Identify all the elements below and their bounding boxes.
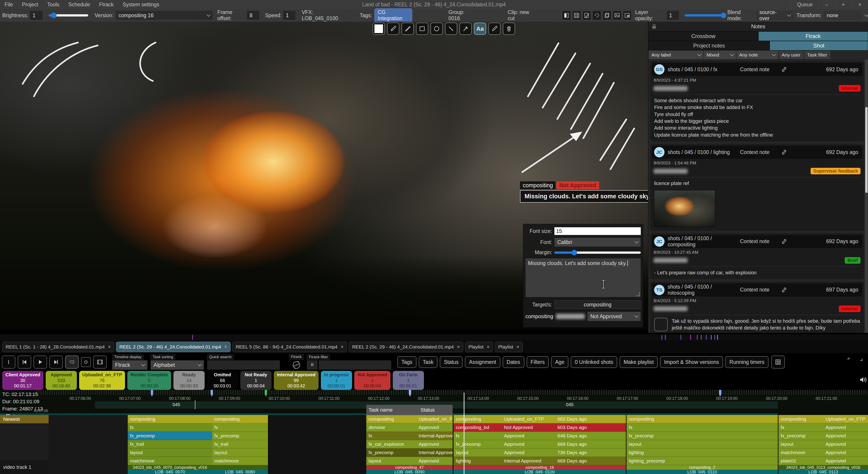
task-row[interactable]: layout [212, 448, 268, 457]
task-row[interactable]: compositing [212, 415, 268, 423]
next-frame-button[interactable] [49, 355, 63, 368]
note-shot-path[interactable]: shots / 045 / 0100 / lighting [668, 149, 736, 155]
task-row[interactable]: fx_precompApproved [778, 432, 868, 440]
mixed-filter-select[interactable]: Mixed [704, 51, 736, 59]
control-button[interactable]: Filters [527, 356, 549, 368]
task-row[interactable]: matchmoveApproved [778, 448, 868, 457]
link-icon[interactable] [774, 239, 794, 244]
menu-system-settings[interactable]: System settings [118, 2, 164, 8]
shot-footer[interactable]: LOB_045_0070 [128, 470, 212, 474]
targets-field[interactable]: compositing [554, 300, 641, 309]
task-row[interactable]: layoutApproved [366, 457, 453, 465]
task-row[interactable]: fx_precomp [626, 432, 778, 440]
link-icon[interactable] [774, 66, 794, 72]
note-filter-select[interactable]: Any note [736, 51, 778, 59]
pages-icon[interactable] [602, 11, 611, 20]
rectangle-tool-button[interactable] [416, 23, 428, 35]
marker-tool-button[interactable]: I [2, 355, 16, 368]
task-row[interactable]: compositing_bdNot Approved603 Days ago [454, 423, 626, 432]
task-row[interactable]: layout [128, 448, 212, 457]
speaker-icon[interactable] [860, 376, 867, 383]
note-card[interactable]: TS shots / 045 / 0100 / rotoscoping Cont… [650, 282, 864, 333]
annotation-text-area[interactable]: Missing clouds. Let's add some cloudy sk… [525, 258, 641, 297]
brush-tool-button[interactable] [402, 23, 414, 35]
ftrack-filter-input[interactable] [318, 360, 392, 370]
line-tool-button[interactable] [445, 23, 457, 35]
timeline-marker[interactable] [265, 390, 267, 397]
loop-button[interactable] [65, 355, 79, 368]
maximize-button[interactable]: + [835, 0, 851, 9]
close-icon[interactable]: × [517, 344, 519, 350]
fit-corner-right-icon[interactable] [857, 356, 863, 362]
resize-handle[interactable] [636, 292, 640, 296]
task-row[interactable]: fx [212, 423, 268, 432]
close-icon[interactable]: × [457, 344, 460, 350]
tag-chip[interactable]: CG Integration [374, 8, 412, 22]
grid-view-button[interactable] [771, 355, 785, 368]
task-row[interactable]: layoutApproved736 Days ago [454, 448, 626, 457]
delete-annotation-button[interactable] [503, 23, 515, 35]
font-select[interactable]: Calibri [554, 238, 641, 247]
task-row[interactable]: fx [626, 423, 778, 432]
task-row[interactable]: compositing [128, 415, 212, 423]
task-row[interactable]: fxApproved [778, 423, 868, 432]
ftrack-sync-icon[interactable]: ftrack [291, 360, 301, 370]
shot-footer[interactable]: LOB_045_0080 [212, 470, 268, 474]
task-row[interactable]: lighting [626, 448, 778, 457]
task-row[interactable]: compositingUploaded_on_FTP [366, 415, 453, 423]
status-chip[interactable]: Internal Approved 99 00:03:42 [274, 371, 318, 390]
note-marker-strip[interactable] [0, 334, 868, 340]
table-icon[interactable] [572, 11, 581, 20]
task-filter-button[interactable]: Task filter [804, 51, 831, 59]
any-user-filter-button[interactable]: Any user [778, 51, 804, 59]
note-card[interactable]: GS shots / 045 / 0100 / fx Context note … [650, 61, 864, 141]
playlist-tab[interactable]: Playlist × [465, 342, 493, 352]
ellipse-tool-button[interactable] [431, 23, 443, 35]
notes-scrollbar[interactable] [865, 59, 868, 333]
newest-sort-label[interactable]: Newest [0, 415, 49, 423]
status-chip[interactable]: In progress 1 00:00:01 [321, 371, 352, 390]
pip-icon[interactable] [623, 11, 632, 20]
task-sorting-select[interactable]: Alphabet [151, 360, 204, 370]
timeline-marker[interactable] [409, 390, 411, 397]
control-button[interactable]: Make playlist [620, 356, 658, 368]
scrollbar-thumb[interactable] [865, 107, 868, 193]
task-row[interactable]: compositingUploaded_on_FTP662 Days ago [454, 415, 626, 423]
margin-slider[interactable] [554, 251, 641, 254]
layer-opacity-slider[interactable] [685, 14, 722, 17]
control-button[interactable]: Task [419, 356, 437, 368]
task-row[interactable]: matchmove [128, 457, 212, 465]
task-row[interactable]: matchmove [212, 457, 268, 465]
text-tool-button[interactable]: Aa [474, 23, 486, 35]
timeline-ruler[interactable] [36, 390, 868, 395]
brightness-input[interactable]: 1 [30, 11, 42, 20]
timeline-marker[interactable] [151, 390, 153, 397]
status-chip[interactable]: Render Complete 5 00:00:20 [127, 371, 171, 390]
task-status-select[interactable]: Not Approved [587, 312, 641, 321]
record-button[interactable] [81, 357, 91, 367]
status-chip[interactable]: Approved 533 00:18:40 [46, 371, 77, 390]
control-button[interactable]: Dates [503, 356, 524, 368]
shot-column-lob-045-0080[interactable]: compositingfxfx_precompfx_traillayoutmat… [212, 415, 268, 474]
shot-footer[interactable]: LOB_045_0113 [778, 470, 868, 474]
menu-project[interactable]: Project [18, 2, 43, 8]
chevron-down-icon[interactable] [865, 13, 868, 17]
font-size-input[interactable]: 15 [554, 227, 641, 235]
close-button[interactable]: × [851, 0, 868, 9]
task-row[interactable]: layoutApproved [778, 440, 868, 448]
note-attachment-thumbnail[interactable] [654, 190, 715, 227]
ftrack-filter-key[interactable]: R [307, 360, 318, 370]
shot-footer[interactable]: LOB_045_0090 [366, 470, 453, 474]
arrow-tool-button[interactable] [459, 23, 472, 35]
status-chip[interactable]: Not Ready 1 00:00:04 [240, 371, 272, 390]
shot-column-lob-045-0110[interactable]: compositingfxfx_precomplayoutlightinglig… [626, 415, 778, 474]
shot-column-lob-045-0113[interactable]: compositingUploaded_on_FTPfxApprovedfx_p… [778, 415, 868, 474]
note-shot-path[interactable]: shots / 045 / 0100 / fx [668, 66, 736, 72]
status-chip[interactable]: Not Approved 2 00:00:04 [354, 371, 390, 390]
task-row[interactable]: fx_precompApproved669 Days ago [454, 440, 626, 448]
task-row[interactable]: lightingInternal Approved669 Days ago [454, 457, 626, 465]
playlist-tab[interactable]: REEL 1 (Sc. 1 - 28) 4_28.Consolidated.01… [2, 342, 114, 352]
playlist-tab[interactable]: REEL 2 (Sc. 29 - 46) 4_24.Consolidated.0… [116, 342, 230, 352]
control-button[interactable]: 0 Unlinked shots [571, 356, 617, 368]
task-row[interactable]: fxApproved648 Days ago [454, 432, 626, 440]
